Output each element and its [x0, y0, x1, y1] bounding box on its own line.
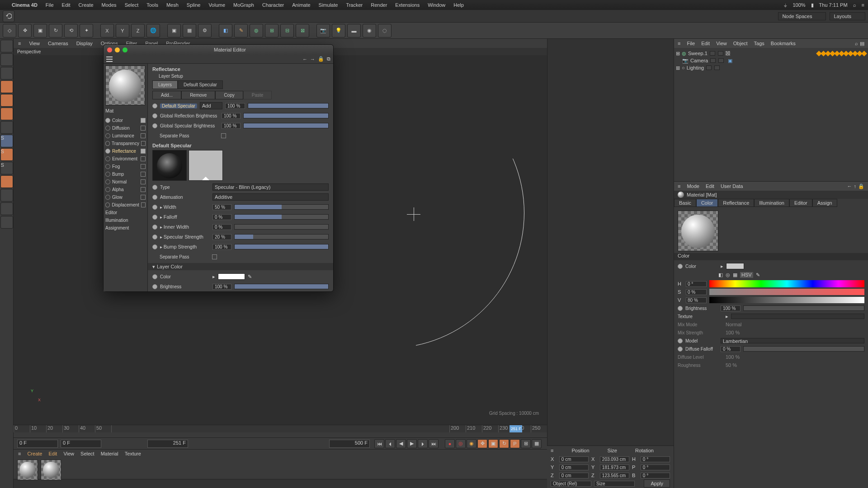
material-thumb-reflectic[interactable]: [41, 460, 61, 480]
material-editor-window[interactable]: Material Editor ← → 🔒 ⧉ Mat Color Diffus…: [103, 44, 334, 292]
add-button[interactable]: Add...: [152, 91, 181, 99]
menu-file[interactable]: File: [46, 2, 54, 8]
y-axis-icon[interactable]: Y: [116, 24, 129, 38]
hue-slider[interactable]: [709, 280, 864, 287]
menu-character[interactable]: Character: [262, 2, 284, 8]
falloff-field[interactable]: 0 %: [212, 214, 231, 220]
up-icon[interactable]: ↑: [854, 183, 857, 189]
obj-menu-bookmarks[interactable]: Bookmarks: [771, 41, 796, 46]
subdiv-icon[interactable]: ◍: [250, 24, 263, 38]
app-name[interactable]: Cinema 4D: [12, 2, 38, 8]
falloff-slider[interactable]: [234, 214, 329, 220]
material-name-field[interactable]: Mat: [105, 108, 146, 113]
objects-tree[interactable]: ⊞◍ Sweep.1 📷 Camera ▣ ⊞○ Lighting: [674, 48, 868, 181]
picker-spectrum-icon[interactable]: ▦: [733, 272, 737, 278]
camera-icon[interactable]: 📷: [316, 24, 330, 38]
rotate-icon[interactable]: ↻: [49, 24, 62, 38]
size-z[interactable]: 123.565 cm: [600, 473, 629, 479]
rot-p[interactable]: 0 °: [641, 465, 670, 470]
matbar-view[interactable]: View: [63, 451, 74, 456]
layer-color-header[interactable]: ▾Layer Color: [148, 263, 333, 270]
play-back-icon[interactable]: ◀: [396, 439, 406, 448]
sep-pass-check[interactable]: [221, 133, 226, 138]
texture-mode-icon[interactable]: [0, 53, 13, 66]
spec-strength-field[interactable]: 20 %: [212, 234, 231, 240]
hamburger-icon[interactable]: [106, 56, 113, 62]
tag-icon[interactable]: ◉: [363, 24, 376, 38]
width-field[interactable]: 50 %: [212, 204, 231, 210]
model-dropdown[interactable]: Lambertian: [721, 338, 864, 343]
hamburger-icon[interactable]: ≡: [551, 448, 553, 453]
pos-z[interactable]: 0 cm: [559, 473, 589, 479]
search-icon[interactable]: ⌕: [853, 2, 856, 8]
material-thumb-mat[interactable]: [17, 460, 38, 480]
mac-menubar[interactable]: Cinema 4D File Edit Create Modes Select …: [0, 0, 868, 10]
obj-menu-object[interactable]: Object: [733, 41, 748, 46]
width-slider[interactable]: [234, 204, 329, 210]
menu-simulate[interactable]: Simulate: [319, 2, 338, 8]
vis-toggle[interactable]: [710, 51, 715, 56]
gsb-field[interactable]: 100 %: [222, 123, 241, 129]
brightness-slider[interactable]: [743, 305, 864, 311]
frame-range-end[interactable]: 500 F: [329, 440, 370, 448]
last-tool-icon[interactable]: ⟲: [64, 24, 78, 38]
vp-tab-display[interactable]: Display: [76, 41, 93, 46]
play-fwd-icon[interactable]: ▶: [407, 439, 417, 448]
attr-menu-userdata[interactable]: User Data: [721, 183, 743, 189]
inner-width-field[interactable]: 0 %: [212, 224, 231, 230]
key-pos-icon[interactable]: ✥: [477, 439, 487, 448]
key-rot-icon[interactable]: ↻: [499, 439, 509, 448]
vp-tab-cameras[interactable]: Cameras: [48, 41, 68, 46]
grb-field[interactable]: 100 %: [222, 113, 241, 119]
instance-icon[interactable]: ⊠: [296, 24, 309, 38]
menu-mograph[interactable]: MoGraph: [233, 2, 254, 8]
tab-illumination[interactable]: Illumination: [754, 199, 789, 207]
menu-window[interactable]: Window: [428, 2, 445, 8]
world-icon[interactable]: 🌐: [146, 24, 160, 38]
frame-current[interactable]: 0 F: [61, 440, 101, 448]
live-select-icon[interactable]: ◇: [3, 24, 16, 38]
shelf3-icon[interactable]: [0, 216, 13, 229]
layer-color-swatch[interactable]: [218, 273, 245, 280]
obj-menu-edit[interactable]: Edit: [701, 41, 710, 46]
floor-icon[interactable]: ▬: [347, 24, 361, 38]
remove-button[interactable]: Remove: [181, 91, 215, 99]
tab-basic[interactable]: Basic: [674, 199, 696, 207]
material-preview[interactable]: [105, 66, 145, 105]
layer-chip[interactable]: Default Specular: [160, 103, 197, 108]
hsv-h[interactable]: 0 °: [686, 281, 707, 287]
vp-tab-view[interactable]: View: [29, 41, 40, 46]
cloner-icon[interactable]: ⊟: [280, 24, 294, 38]
blend-value[interactable]: 100 %: [225, 103, 245, 109]
rot-h[interactable]: 0 °: [641, 456, 670, 462]
object-row-camera[interactable]: 📷 Camera ▣: [676, 57, 866, 64]
polygon-mode-icon[interactable]: [0, 108, 13, 120]
obj-menu-file[interactable]: File: [687, 41, 695, 46]
goto-start-icon[interactable]: ⏮: [374, 439, 384, 448]
popout-icon[interactable]: ⧉: [327, 56, 330, 62]
matbar-select[interactable]: Select: [80, 451, 94, 456]
size-x[interactable]: 203.093 cm: [600, 456, 629, 462]
picker-mode-icon[interactable]: ◧: [718, 272, 723, 278]
menu-modes[interactable]: Modes: [102, 2, 117, 8]
texture-slot[interactable]: [731, 314, 864, 319]
point-mode-icon[interactable]: [0, 94, 13, 107]
workplane-icon[interactable]: [0, 67, 13, 80]
blend-mode-dropdown[interactable]: Add: [200, 102, 222, 109]
menu-icon[interactable]: ≡: [862, 2, 864, 8]
object-row-sweep[interactable]: ⊞◍ Sweep.1: [676, 50, 866, 57]
attenuation-dropdown[interactable]: Additive: [212, 193, 329, 201]
playhead[interactable]: 251 F: [509, 425, 522, 432]
matbar-edit[interactable]: Edit: [48, 451, 57, 456]
key-pla-icon[interactable]: ⊞: [521, 439, 531, 448]
size-y[interactable]: 181.973 cm: [600, 465, 629, 470]
reflectance-enable-check[interactable]: [141, 149, 146, 154]
menu-edit[interactable]: Edit: [62, 2, 71, 8]
matbar-material[interactable]: Material: [101, 451, 118, 456]
color-radio[interactable]: [678, 264, 683, 269]
menu-create[interactable]: Create: [79, 2, 94, 8]
menu-tools[interactable]: Tools: [146, 2, 158, 8]
key-param-icon[interactable]: P: [510, 439, 520, 448]
render-view-icon[interactable]: ▣: [167, 24, 181, 38]
key-outline-icon[interactable]: ▦: [532, 439, 542, 448]
